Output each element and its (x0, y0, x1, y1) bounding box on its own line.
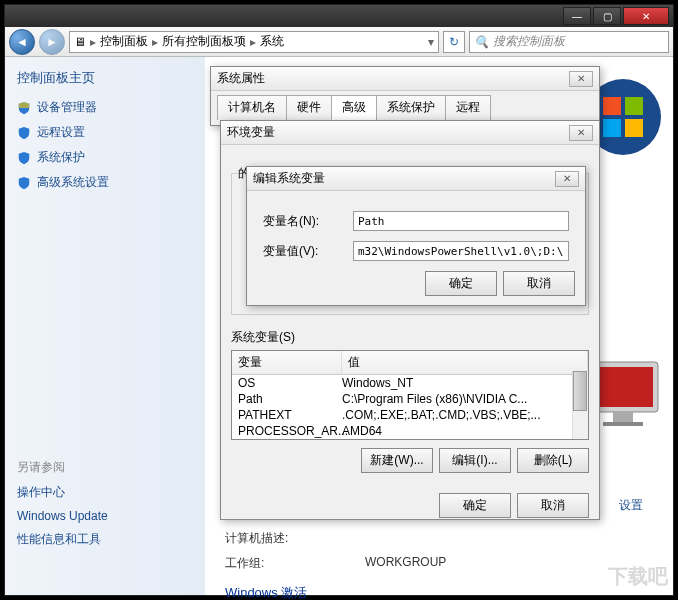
search-placeholder: 搜索控制面板 (493, 33, 565, 50)
dialog-title: 系统属性 (217, 70, 265, 87)
nav-bar: ◄ ► 🖥 ▸ 控制面板 ▸ 所有控制面板项 ▸ 系统 ▾ ↻ 🔍 搜索控制面板 (5, 27, 673, 57)
breadcrumb-item[interactable]: 系统 (260, 33, 284, 50)
new-button[interactable]: 新建(W)... (361, 448, 433, 473)
sidebar-ref-windows-update[interactable]: Windows Update (17, 509, 193, 523)
chevron-right-icon: ▸ (90, 35, 96, 49)
chevron-right-icon: ▸ (250, 35, 256, 49)
chevron-right-icon: ▸ (152, 35, 158, 49)
info-value: WORKGROUP (365, 555, 446, 572)
system-vars-table[interactable]: 变量 值 OSWindows_NT PathC:\Program Files (… (231, 350, 589, 440)
breadcrumb[interactable]: 🖥 ▸ 控制面板 ▸ 所有控制面板项 ▸ 系统 ▾ (69, 31, 439, 53)
dialog-body: 变量名(N): 变量值(V): 确定 取消 (247, 191, 585, 306)
edit-button[interactable]: 编辑(I)... (439, 448, 511, 473)
refresh-button[interactable]: ↻ (443, 31, 465, 53)
cancel-button[interactable]: 取消 (503, 271, 575, 296)
delete-button[interactable]: 删除(L) (517, 448, 589, 473)
system-properties-dialog: 系统属性 ✕ 计算机名 硬件 高级 系统保护 远程 (210, 66, 600, 126)
system-vars-label: 系统变量(S) (231, 329, 589, 346)
form-row-name: 变量名(N): (263, 211, 569, 231)
shield-icon (17, 176, 31, 190)
dialog-close-button[interactable]: ✕ (569, 71, 593, 87)
variable-name-input[interactable] (353, 211, 569, 231)
change-settings-link[interactable]: 设置 (619, 497, 643, 514)
sidebar-link-label: 设备管理器 (37, 99, 97, 116)
forward-button[interactable]: ► (39, 29, 65, 55)
variable-name-label: 变量名(N): (263, 213, 343, 230)
dialog-titlebar: 系统属性 ✕ (211, 67, 599, 91)
dialog-button-row: 确定 取消 (231, 493, 589, 518)
info-label: 工作组: (225, 555, 365, 572)
tab-advanced[interactable]: 高级 (331, 95, 377, 120)
info-row-desc: 计算机描述: (225, 530, 653, 547)
maximize-button[interactable]: ▢ (593, 7, 621, 25)
sidebar: 控制面板主页 设备管理器 远程设置 系统保护 高级系统设置 另请参阅 操作中心 … (5, 57, 205, 595)
search-input[interactable]: 🔍 搜索控制面板 (469, 31, 669, 53)
sidebar-link-label: 远程设置 (37, 124, 85, 141)
table-header: 变量 值 (232, 351, 588, 375)
tab-computer-name[interactable]: 计算机名 (217, 95, 287, 120)
col-variable[interactable]: 变量 (232, 351, 342, 374)
scrollbar[interactable] (572, 371, 588, 439)
shield-icon (17, 101, 31, 115)
tab-protection[interactable]: 系统保护 (376, 95, 446, 120)
col-value[interactable]: 值 (342, 351, 588, 374)
ok-button[interactable]: 确定 (425, 271, 497, 296)
tabs: 计算机名 硬件 高级 系统保护 远程 (211, 91, 599, 120)
table-row[interactable]: PATHEXT.COM;.EXE;.BAT;.CMD;.VBS;.VBE;... (232, 407, 588, 423)
cancel-button[interactable]: 取消 (517, 493, 589, 518)
sidebar-link-label: 系统保护 (37, 149, 85, 166)
sidebar-link-advanced[interactable]: 高级系统设置 (17, 174, 193, 191)
dialog-title: 环境变量 (227, 124, 275, 141)
see-also-label: 另请参阅 (17, 459, 193, 476)
sidebar-link-remote[interactable]: 远程设置 (17, 124, 193, 141)
search-icon: 🔍 (474, 35, 489, 49)
back-button[interactable]: ◄ (9, 29, 35, 55)
sidebar-link-device-manager[interactable]: 设备管理器 (17, 99, 193, 116)
svg-rect-3 (613, 412, 633, 422)
sidebar-title: 控制面板主页 (17, 69, 193, 87)
form-row-value: 变量值(V): (263, 241, 569, 261)
dialog-titlebar: 环境变量 ✕ (221, 121, 599, 145)
scrollbar-thumb[interactable] (573, 371, 587, 411)
breadcrumb-item[interactable]: 所有控制面板项 (162, 33, 246, 50)
sidebar-ref-performance[interactable]: 性能信息和工具 (17, 531, 193, 548)
table-row[interactable]: OSWindows_NT (232, 375, 588, 391)
dialog-titlebar: 编辑系统变量 ✕ (247, 167, 585, 191)
tab-remote[interactable]: 远程 (445, 95, 491, 120)
edit-system-variable-dialog: 编辑系统变量 ✕ 变量名(N): 变量值(V): 确定 取消 (246, 166, 586, 306)
dialog-title: 编辑系统变量 (253, 170, 325, 187)
sysvar-button-row: 新建(W)... 编辑(I)... 删除(L) (231, 448, 589, 473)
dialog-close-button[interactable]: ✕ (555, 171, 579, 187)
info-row-workgroup: 工作组: WORKGROUP (225, 555, 653, 572)
svg-rect-2 (593, 367, 653, 407)
table-row[interactable]: PathC:\Program Files (x86)\NVIDIA C... (232, 391, 588, 407)
breadcrumb-item[interactable]: 控制面板 (100, 33, 148, 50)
table-row[interactable]: PROCESSOR_AR...AMD64 (232, 423, 588, 439)
sidebar-ref-action-center[interactable]: 操作中心 (17, 484, 193, 501)
sidebar-link-protection[interactable]: 系统保护 (17, 149, 193, 166)
variable-value-label: 变量值(V): (263, 243, 343, 260)
dialog-button-row: 确定 取消 (257, 271, 575, 296)
info-label: 计算机描述: (225, 530, 365, 547)
close-button[interactable]: ✕ (623, 7, 669, 25)
activation-heading: Windows 激活 (225, 584, 653, 600)
ok-button[interactable]: 确定 (439, 493, 511, 518)
sidebar-link-label: 高级系统设置 (37, 174, 109, 191)
table-body: OSWindows_NT PathC:\Program Files (x86)\… (232, 375, 588, 439)
minimize-button[interactable]: — (563, 7, 591, 25)
computer-icon: 🖥 (74, 35, 86, 49)
svg-rect-4 (603, 422, 643, 426)
shield-icon (17, 126, 31, 140)
dropdown-icon[interactable]: ▾ (428, 35, 434, 49)
title-bar: — ▢ ✕ (5, 5, 673, 27)
shield-icon (17, 151, 31, 165)
variable-value-input[interactable] (353, 241, 569, 261)
tab-hardware[interactable]: 硬件 (286, 95, 332, 120)
dialog-close-button[interactable]: ✕ (569, 125, 593, 141)
